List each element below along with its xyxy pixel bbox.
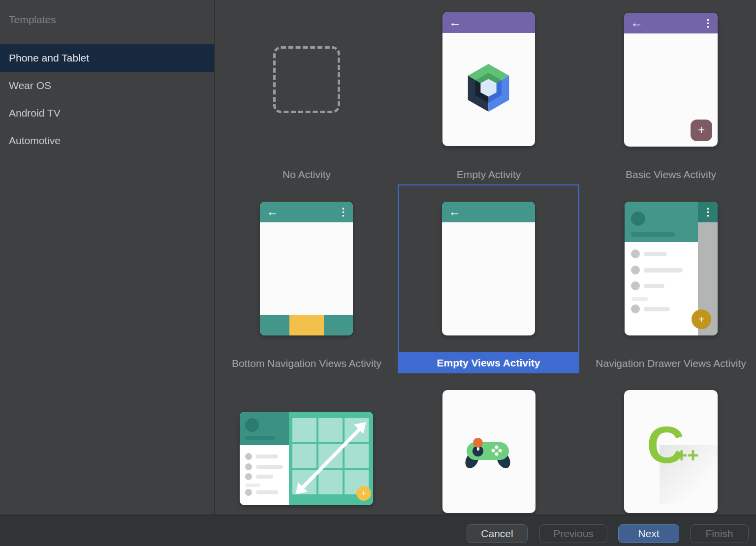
app-bar: ⋮ bbox=[698, 202, 718, 222]
list-section-line bbox=[631, 297, 648, 301]
bottom-nav-selected-tab bbox=[289, 315, 324, 335]
back-arrow-icon: ← bbox=[266, 205, 279, 218]
list-item-circle bbox=[245, 463, 252, 470]
jetpack-compose-logo-icon bbox=[465, 62, 512, 113]
cpp-plus-plus-icon: ++ bbox=[676, 445, 699, 465]
finish-button[interactable]: Finish bbox=[690, 524, 749, 543]
bottom-nav-bar bbox=[260, 315, 353, 335]
list-item-line bbox=[644, 284, 664, 288]
app-bar: ← bbox=[442, 12, 535, 33]
empty-views-preview: ← bbox=[442, 202, 535, 335]
selected-template-label: Empty Views Activity bbox=[398, 352, 579, 373]
list-item-circle bbox=[245, 473, 252, 480]
drawer-header bbox=[625, 202, 698, 242]
drawer-header-line bbox=[245, 436, 275, 440]
drawer-header-line bbox=[631, 232, 675, 237]
template-label: Basic Views Activity bbox=[580, 169, 756, 181]
list-item-circle bbox=[631, 281, 640, 290]
avatar bbox=[245, 418, 259, 432]
content-grid-panel: + bbox=[289, 412, 373, 505]
empty-activity-preview: ← bbox=[442, 12, 535, 146]
drawer-header bbox=[240, 412, 289, 445]
avatar bbox=[631, 212, 645, 226]
template-grid: No Activity ← Empty Activity bbox=[0, 0, 756, 515]
app-bar: ← ⋮ bbox=[260, 202, 353, 222]
next-button[interactable]: Next bbox=[618, 524, 679, 543]
bottom-nav-preview: ← ⋮ bbox=[260, 202, 353, 335]
list-item-circle bbox=[631, 249, 640, 258]
overflow-menu-icon: ⋮ bbox=[338, 206, 348, 218]
game-preview bbox=[442, 390, 536, 513]
list-item-circle bbox=[245, 453, 252, 460]
overflow-menu-icon: ⋮ bbox=[703, 206, 713, 218]
fab-plus-icon: + bbox=[691, 120, 712, 141]
back-arrow-icon: ← bbox=[630, 16, 643, 30]
list-item-circle bbox=[245, 489, 252, 496]
cpp-preview: C ++ bbox=[624, 390, 718, 513]
drawer-panel bbox=[240, 412, 289, 505]
list-item-circle bbox=[631, 266, 640, 274]
list-section-line bbox=[245, 484, 260, 487]
list-item-line bbox=[256, 455, 278, 458]
list-item-line bbox=[256, 475, 273, 479]
template-label: Navigation Drawer Views Activity bbox=[580, 358, 756, 369]
fab-plus-icon: + bbox=[692, 309, 711, 329]
list-item-line bbox=[644, 307, 670, 311]
cancel-button[interactable]: Cancel bbox=[467, 524, 528, 543]
template-label: No Activity bbox=[216, 169, 398, 181]
list-item-circle bbox=[631, 304, 640, 313]
nav-drawer-preview: ⋮ + bbox=[625, 202, 718, 335]
list-item-line bbox=[644, 268, 683, 273]
no-activity-placeholder-icon bbox=[273, 46, 340, 113]
back-arrow-icon: ← bbox=[448, 205, 461, 218]
dialog-button-bar: Cancel Previous Next Finish bbox=[0, 515, 756, 546]
template-label: Empty Activity bbox=[398, 169, 580, 181]
template-label: Bottom Navigation Views Activity bbox=[216, 358, 398, 369]
new-project-dialog: Templates Phone and Tablet Wear OS Andro… bbox=[0, 0, 756, 546]
overflow-menu-icon: ⋮ bbox=[703, 17, 713, 30]
basic-views-preview: ← ⋮ + bbox=[624, 13, 718, 147]
list-item-line bbox=[256, 490, 278, 494]
app-bar: ← bbox=[442, 202, 535, 222]
back-arrow-icon: ← bbox=[449, 15, 461, 29]
app-bar: ← ⋮ bbox=[624, 13, 718, 33]
responsive-preview: + bbox=[240, 412, 373, 505]
fab-plus-icon: + bbox=[356, 486, 371, 501]
drawer-panel bbox=[625, 202, 698, 335]
list-item-line bbox=[644, 252, 667, 256]
gamepad-icon bbox=[465, 437, 510, 470]
list-item-line bbox=[256, 465, 283, 469]
previous-button[interactable]: Previous bbox=[539, 524, 607, 543]
